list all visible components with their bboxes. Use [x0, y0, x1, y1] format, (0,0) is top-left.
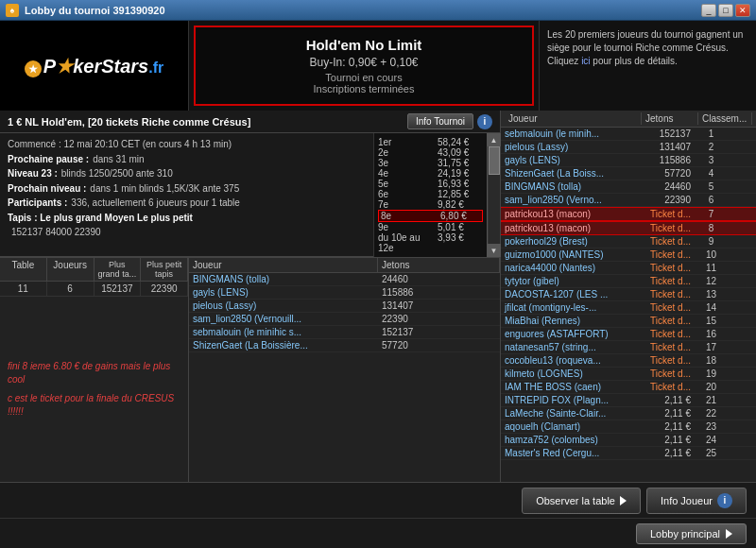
- standings-player: pielous (Lassy): [501, 141, 638, 153]
- pause-value: dans 31 min: [93, 152, 144, 167]
- standings-row[interactable]: tytytor (gibel)Ticket d...12: [501, 275, 756, 288]
- standings-row[interactable]: aqouelh (Clamart)2,11 €23: [501, 420, 756, 434]
- maximize-button[interactable]: □: [718, 4, 733, 17]
- standings-row[interactable]: MiaBhai (Rennes)Ticket d...15: [501, 315, 756, 328]
- standings-row[interactable]: gayls (LENS)1158863: [501, 154, 756, 167]
- commenced-value: Commencé : 12 mai 20:10 CET (en cours 4 …: [8, 137, 232, 152]
- standings-row[interactable]: BINGMANS (tolla)244605: [501, 180, 756, 194]
- standings-player: ShizenGaet (La Boiss...: [501, 167, 638, 180]
- standings-row[interactable]: Master's Red (Cergu...2,11 €25: [501, 447, 756, 460]
- lobby-bar: Lobby principal: [0, 518, 756, 548]
- standings-player: guizmo1000 (NANTES): [501, 248, 638, 261]
- observer-table-button[interactable]: Observer la table: [522, 488, 641, 514]
- prize-place: 5e: [378, 179, 430, 189]
- standings-row[interactable]: patrickou13 (macon)Ticket d...7: [501, 207, 756, 221]
- standings-row[interactable]: ShizenGaet (La Boiss...577204: [501, 167, 756, 180]
- tournament-details: Commencé : 12 mai 20:10 CET (en cours 4 …: [0, 133, 373, 257]
- standings-row[interactable]: kilmeto (LOGNES)Ticket d...19: [501, 368, 756, 381]
- standings-player: sam_lion2850 (Verno...: [501, 194, 638, 206]
- standings-chips: 2,11 €: [638, 420, 695, 433]
- standings-rank: 10: [695, 248, 728, 261]
- info-joueur-label: Info Joueur: [661, 495, 713, 506]
- standings-row[interactable]: patrickou13 (macon)Ticket d...8: [501, 221, 756, 235]
- player-chips: 115886: [378, 286, 500, 299]
- standings-chips: 57720: [638, 167, 695, 180]
- close-button[interactable]: ✕: [735, 4, 750, 17]
- info-tournoi-button[interactable]: Info Tournoi: [407, 113, 473, 129]
- info-joueur-button[interactable]: Info Joueur i: [646, 488, 747, 514]
- scroll-down-arrow[interactable]: ▼: [488, 244, 501, 257]
- pause-row: Prochaine pause : dans 31 min: [8, 152, 366, 167]
- prize-row: 2e43,09 €: [378, 147, 483, 158]
- standings-rank: 14: [695, 301, 728, 314]
- standings-row[interactable]: sebmalouin (le minih...1521371: [501, 128, 756, 141]
- titlebar-title: Lobby du tournoi 391390920: [25, 5, 165, 16]
- player-list-item[interactable]: sebmalouin (le minihic s...152137: [189, 326, 500, 339]
- player-list-item[interactable]: ShizenGaet (La Boissière...57720: [189, 339, 500, 352]
- standings-row[interactable]: pokerhool29 (Brest)Ticket d...9: [501, 235, 756, 248]
- info-icon-button[interactable]: i: [477, 114, 492, 129]
- player-list-item[interactable]: pielous (Lassy)131407: [189, 300, 500, 313]
- standings-row[interactable]: LaMeche (Sainte-Clair...2,11 €22: [501, 407, 756, 420]
- standings-chips: Ticket d...: [638, 262, 695, 274]
- standings-player: enguores (ASTAFFORT): [501, 328, 638, 340]
- announcement-area: Les 20 premiers joueurs du tournoi gagne…: [539, 21, 756, 111]
- player-list-item[interactable]: sam_lion2850 (Vernouill...22390: [189, 313, 500, 326]
- tapis-label-row: Tapis : Le plus grand Moyen Le plus peti…: [8, 211, 366, 226]
- prize-place: 2e: [378, 147, 430, 158]
- standings-row[interactable]: hamza752 (colombes)2,11 €24: [501, 434, 756, 447]
- player-chips: 131407: [378, 300, 500, 312]
- niveau-label: Niveau 23 :: [8, 166, 58, 181]
- prize-amount: 6,80 €: [440, 211, 467, 221]
- prize-amount: 16,93 €: [438, 179, 469, 189]
- player-list-item[interactable]: gayls (LENS)115886: [189, 286, 500, 300]
- standings-row[interactable]: pielous (Lassy)1314072: [501, 141, 756, 154]
- standings-row[interactable]: INTREPID FOX (Plagn...2,11 €21: [501, 394, 756, 407]
- announcement-link[interactable]: ici: [581, 56, 590, 66]
- standings-body: sebmalouin (le minih...1521371pielous (L…: [501, 128, 756, 482]
- participants-row: Participants : 336, actuellement 6 joueu…: [8, 196, 366, 211]
- tournament-buyin: Buy-In: 0,90€ + 0,10€: [309, 56, 418, 69]
- standings-chips: 115886: [638, 154, 695, 166]
- standings-row[interactable]: guizmo1000 (NANTES)Ticket d...10: [501, 248, 756, 262]
- logo-fr: .fr: [148, 60, 163, 76]
- standings-chips: Ticket d...: [638, 368, 695, 380]
- standings-chips: 24460: [638, 180, 695, 193]
- standings-rank: 3: [695, 154, 728, 166]
- standings-chips: Ticket d...: [638, 354, 695, 367]
- standings-row[interactable]: narica44000 (Nantes)Ticket d...11: [501, 262, 756, 275]
- standings-row[interactable]: sam_lion2850 (Verno...223906: [501, 194, 756, 207]
- standings-row[interactable]: jfilcat (montigny-les-...Ticket d...14: [501, 301, 756, 315]
- standings-rank: 20: [695, 381, 728, 393]
- standings-row[interactable]: IAM THE BOSS (caen)Ticket d...20: [501, 381, 756, 394]
- standings-row[interactable]: DACOSTA-1207 (LES ...Ticket d...13: [501, 288, 756, 301]
- standings-rank: 21: [695, 394, 728, 406]
- prize-row: 5e16,93 €: [378, 179, 483, 189]
- scroll-thumb[interactable]: [489, 146, 500, 175]
- standings-chips: 131407: [638, 141, 695, 153]
- tapis-values-row: 152137 84000 22390: [8, 225, 366, 240]
- standings-row[interactable]: enguores (ASTAFFORT)Ticket d...16: [501, 328, 756, 341]
- standings-row[interactable]: cocobleu13 (roqueva...Ticket d...18: [501, 354, 756, 368]
- player-list-header: Joueur Jetons: [189, 258, 500, 273]
- scroll-up-arrow[interactable]: ▲: [488, 133, 501, 146]
- player-col-name: Joueur: [189, 258, 378, 272]
- lobby-principal-button[interactable]: Lobby principal: [636, 523, 747, 544]
- standings-rank: 2: [695, 141, 728, 153]
- table-col-grand: Plus grand ta...: [94, 258, 142, 281]
- table-col-table: Table: [0, 258, 47, 281]
- minimize-button[interactable]: _: [701, 4, 716, 17]
- tournament-info: Hold'em No Limit Buy-In: 0,90€ + 0,10€ T…: [194, 26, 534, 106]
- standings-rank: 1: [695, 128, 728, 140]
- standings-player: hamza752 (colombes): [501, 434, 638, 446]
- standings-player: patrickou13 (macon): [501, 208, 638, 220]
- logo: ★P★kerStars.fr: [25, 55, 163, 77]
- standings-row[interactable]: natanesan57 (string...Ticket d...17: [501, 341, 756, 354]
- prizes-scrollbar[interactable]: ▲ ▼: [487, 133, 500, 257]
- main-content: ★P★kerStars.fr Hold'em No Limit Buy-In: …: [0, 21, 756, 548]
- table-row[interactable]: 11 6 152137 22390: [0, 282, 188, 297]
- standings-player: patrickou13 (macon): [501, 222, 638, 234]
- lobby-arrow-icon: [726, 529, 732, 539]
- player-list-item[interactable]: BINGMANS (tolla)24460: [189, 273, 500, 286]
- prochain-niveau-value: dans 1 min blinds 1,5K/3K ante 375: [90, 181, 239, 197]
